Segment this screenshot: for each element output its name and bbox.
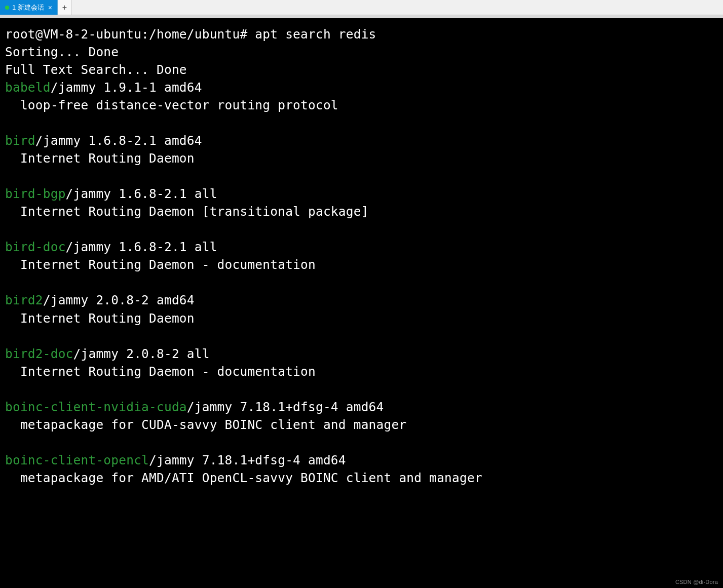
package-meta: /jammy 1.6.8-2.1 all bbox=[66, 240, 217, 254]
package-name: boinc-client-opencl bbox=[5, 453, 149, 467]
package-desc: metapackage for AMD/ATI OpenCL-savvy BOI… bbox=[5, 471, 482, 485]
package-desc: metapackage for CUDA-savvy BOINC client … bbox=[5, 417, 406, 432]
tab-bar: 1 新建会话 × + bbox=[0, 0, 723, 15]
tab-label: 1 新建会话 bbox=[12, 4, 44, 11]
package-name: babeld bbox=[5, 80, 51, 95]
package-name: boinc-client-nvidia-cuda bbox=[5, 400, 187, 414]
package-meta: /jammy 7.18.1+dfsg-4 amd64 bbox=[187, 400, 384, 414]
status-line: Full Text Search... Done bbox=[5, 62, 187, 77]
package-meta: /jammy 1.6.8-2.1 all bbox=[66, 186, 217, 201]
package-desc: Internet Routing Daemon - documentation bbox=[5, 257, 316, 272]
package-desc: Internet Routing Daemon bbox=[5, 311, 195, 326]
package-meta: /jammy 1.6.8-2.1 amd64 bbox=[35, 133, 202, 148]
package-meta: /jammy 2.0.8-2 all bbox=[73, 346, 210, 361]
package-name: bird-bgp bbox=[5, 186, 66, 201]
status-dot-icon bbox=[5, 6, 9, 10]
package-desc: loop-free distance-vector routing protoc… bbox=[5, 98, 338, 112]
command-text: apt search redis bbox=[255, 27, 376, 42]
package-meta: /jammy 7.18.1+dfsg-4 amd64 bbox=[149, 453, 346, 467]
watermark-text: CSDN @di-Dora bbox=[675, 579, 718, 585]
package-desc: Internet Routing Daemon - documentation bbox=[5, 364, 316, 379]
prompt-text: root@VM-8-2-ubuntu:/home/ubuntu# bbox=[5, 27, 255, 42]
package-name: bird2-doc bbox=[5, 346, 73, 361]
terminal-window: 1 新建会话 × + root@VM-8-2-ubuntu:/home/ubun… bbox=[0, 0, 723, 588]
status-line: Sorting... Done bbox=[5, 45, 119, 59]
package-meta: /jammy 2.0.8-2 amd64 bbox=[43, 293, 195, 307]
package-name: bird-doc bbox=[5, 240, 66, 254]
terminal-viewport[interactable]: root@VM-8-2-ubuntu:/home/ubuntu# apt sea… bbox=[0, 15, 723, 588]
package-desc: Internet Routing Daemon [transitional pa… bbox=[5, 204, 369, 219]
package-name: bird2 bbox=[5, 293, 43, 307]
package-meta: /jammy 1.9.1-1 amd64 bbox=[51, 80, 202, 95]
new-tab-button[interactable]: + bbox=[58, 0, 72, 15]
session-tab[interactable]: 1 新建会话 × bbox=[0, 0, 58, 15]
package-desc: Internet Routing Daemon bbox=[5, 151, 195, 166]
package-name: bird bbox=[5, 133, 35, 148]
plus-icon: + bbox=[62, 4, 67, 12]
close-icon[interactable]: × bbox=[47, 4, 53, 11]
